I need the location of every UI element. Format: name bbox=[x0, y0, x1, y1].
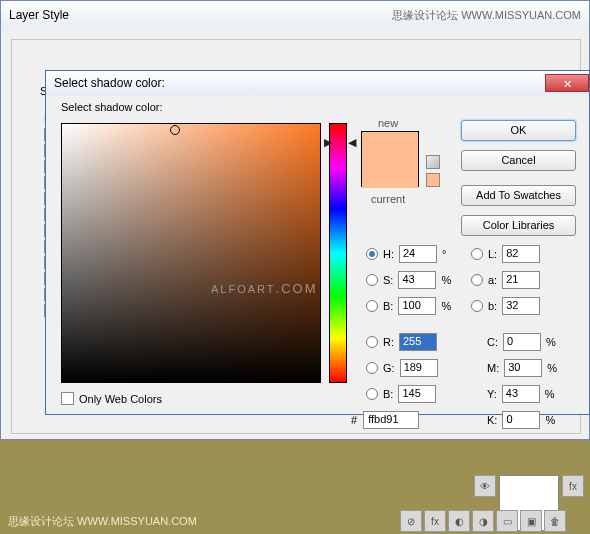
bv-label: B: bbox=[383, 300, 393, 312]
y-label: Y: bbox=[487, 388, 497, 400]
m-input[interactable]: 30 bbox=[504, 359, 542, 377]
s-unit: % bbox=[441, 274, 451, 286]
radio-b[interactable] bbox=[471, 300, 483, 312]
cancel-button[interactable]: Cancel bbox=[461, 150, 576, 171]
radio-a[interactable] bbox=[471, 274, 483, 286]
new-label: new bbox=[378, 117, 398, 129]
radio-g[interactable] bbox=[366, 362, 378, 374]
watermark: Alfoart.com bbox=[211, 277, 317, 298]
hex-field: # ffbd91 bbox=[351, 411, 419, 429]
k-label: K: bbox=[487, 414, 497, 426]
color-picker-body: Select shadow color: ▶ ◀ new current OK … bbox=[46, 95, 589, 414]
hue-slider[interactable] bbox=[329, 123, 347, 383]
folder-icon[interactable]: ▭ bbox=[496, 510, 518, 532]
radio-s[interactable] bbox=[366, 274, 378, 286]
dialog-title: Select shadow color: bbox=[54, 76, 165, 90]
add-to-swatches-button[interactable]: Add To Swatches bbox=[461, 185, 576, 206]
field-y: Y: 43 % bbox=[487, 385, 555, 403]
a-input[interactable]: 21 bbox=[502, 271, 540, 289]
h-unit: ° bbox=[442, 248, 446, 260]
ok-button[interactable]: OK bbox=[461, 120, 576, 141]
l-input[interactable]: 82 bbox=[502, 245, 540, 263]
color-libraries-button[interactable]: Color Libraries bbox=[461, 215, 576, 236]
close-button[interactable]: ✕ bbox=[545, 74, 589, 92]
hue-arrow-right-icon[interactable]: ◀ bbox=[348, 136, 356, 149]
field-l: L: 82 bbox=[471, 245, 540, 263]
hex-label: # bbox=[351, 414, 357, 426]
hex-input[interactable]: ffbd91 bbox=[363, 411, 419, 429]
y-input[interactable]: 43 bbox=[502, 385, 540, 403]
hue-arrow-left-icon[interactable]: ▶ bbox=[324, 136, 332, 149]
s-label: S: bbox=[383, 274, 393, 286]
g-label: G: bbox=[383, 362, 395, 374]
bv-input[interactable]: 100 bbox=[398, 297, 436, 315]
field-g: G: 189 bbox=[366, 359, 438, 377]
b-label: b: bbox=[488, 300, 497, 312]
eye-icon[interactable]: 👁 bbox=[474, 475, 496, 497]
l-label: L: bbox=[488, 248, 497, 260]
fx-icon[interactable]: fx bbox=[424, 510, 446, 532]
checkbox-icon[interactable] bbox=[61, 392, 74, 405]
radio-r[interactable] bbox=[366, 336, 378, 348]
swatch-icon[interactable] bbox=[426, 173, 440, 187]
preview-current-swatch bbox=[362, 160, 418, 188]
radio-h[interactable] bbox=[366, 248, 378, 260]
k-input[interactable]: 0 bbox=[502, 411, 540, 429]
preview-new-swatch bbox=[362, 132, 418, 160]
r-label: R: bbox=[383, 336, 394, 348]
adjust-icon[interactable]: ◑ bbox=[472, 510, 494, 532]
bottom-watermark: 思缘设计论坛 WWW.MISSYUAN.COM bbox=[8, 514, 197, 529]
layers-panel-icons: ⊘ fx ◐ ◑ ▭ ▣ 🗑 bbox=[400, 510, 566, 532]
window-title: Layer Style bbox=[9, 8, 69, 22]
bb-label: B: bbox=[383, 388, 393, 400]
fx-badge[interactable]: fx bbox=[562, 475, 584, 497]
c-input[interactable]: 0 bbox=[503, 333, 541, 351]
mask-icon[interactable]: ◐ bbox=[448, 510, 470, 532]
k-unit: % bbox=[545, 414, 555, 426]
bb-input[interactable]: 145 bbox=[398, 385, 436, 403]
picker-prompt: Select shadow color: bbox=[61, 101, 163, 113]
s-input[interactable]: 43 bbox=[398, 271, 436, 289]
radio-bv[interactable] bbox=[366, 300, 378, 312]
bv-unit: % bbox=[441, 300, 451, 312]
color-picker-window: Select shadow color: ✕ Select shadow col… bbox=[45, 70, 590, 415]
color-field[interactable] bbox=[61, 123, 321, 383]
field-bb: B: 145 bbox=[366, 385, 436, 403]
r-input[interactable]: 255 bbox=[399, 333, 437, 351]
m-label: M: bbox=[487, 362, 499, 374]
title-tagline: 思缘设计论坛 WWW.MISSYUAN.COM bbox=[392, 8, 581, 23]
g-input[interactable]: 189 bbox=[400, 359, 438, 377]
radio-bb[interactable] bbox=[366, 388, 378, 400]
field-m: M: 30 % bbox=[487, 359, 557, 377]
field-b: b: 32 bbox=[471, 297, 540, 315]
y-unit: % bbox=[545, 388, 555, 400]
c-label: C: bbox=[487, 336, 498, 348]
owc-label: Only Web Colors bbox=[79, 393, 162, 405]
a-label: a: bbox=[488, 274, 497, 286]
field-k: K: 0 % bbox=[487, 411, 555, 429]
new-layer-icon[interactable]: ▣ bbox=[520, 510, 542, 532]
b-input[interactable]: 32 bbox=[502, 297, 540, 315]
field-a: a: 21 bbox=[471, 271, 540, 289]
field-r: R: 255 bbox=[366, 333, 437, 351]
m-unit: % bbox=[547, 362, 557, 374]
trash-icon[interactable]: 🗑 bbox=[544, 510, 566, 532]
field-h: H: 24 ° bbox=[366, 245, 446, 263]
field-c: C: 0 % bbox=[487, 333, 556, 351]
link-icon[interactable]: ⊘ bbox=[400, 510, 422, 532]
layer-style-titlebar[interactable]: Layer Style 思缘设计论坛 WWW.MISSYUAN.COM bbox=[1, 1, 589, 29]
cube-icon[interactable] bbox=[426, 155, 440, 169]
h-label: H: bbox=[383, 248, 394, 260]
c-unit: % bbox=[546, 336, 556, 348]
only-web-colors[interactable]: Only Web Colors bbox=[61, 392, 162, 405]
color-picker-titlebar[interactable]: Select shadow color: ✕ bbox=[46, 71, 589, 95]
color-selection-circle-icon[interactable] bbox=[170, 125, 180, 135]
field-s: S: 43 % bbox=[366, 271, 451, 289]
color-preview[interactable] bbox=[361, 131, 419, 187]
radio-l[interactable] bbox=[471, 248, 483, 260]
field-bv: B: 100 % bbox=[366, 297, 451, 315]
current-label: current bbox=[371, 193, 405, 205]
h-input[interactable]: 24 bbox=[399, 245, 437, 263]
